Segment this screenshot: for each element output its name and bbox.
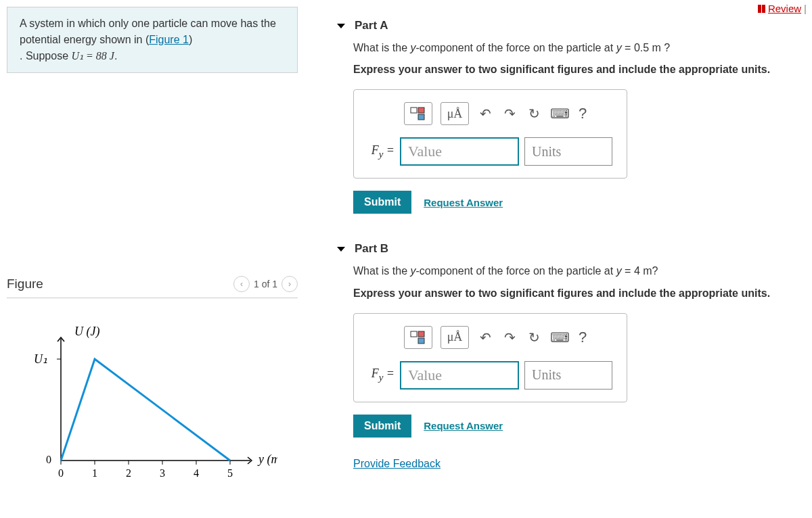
provide-feedback-link[interactable]: Provide Feedback [353, 458, 441, 470]
request-answer-link[interactable]: Request Answer [424, 420, 503, 431]
help-icon[interactable]: ? [574, 329, 591, 346]
svg-text:U (J): U (J) [74, 325, 99, 339]
keyboard-icon[interactable]: ⌨ [550, 105, 566, 122]
submit-button[interactable]: Submit [353, 191, 411, 214]
svg-text:y (m): y (m) [257, 452, 277, 467]
help-icon[interactable]: ? [574, 105, 591, 122]
submit-button[interactable]: Submit [353, 415, 411, 438]
reset-icon[interactable]: ↻ [526, 105, 542, 122]
figure-title: Figure [7, 277, 43, 291]
svg-text:5: 5 [227, 467, 233, 479]
part-b-question: What is the y-component of the force on … [353, 264, 805, 279]
figure-link[interactable]: Figure 1 [149, 34, 189, 45]
units-input[interactable]: Units [524, 361, 612, 390]
caret-down-icon [337, 24, 345, 28]
template-button[interactable] [404, 326, 432, 349]
u1-value: U₁ = 88 J [72, 50, 114, 62]
svg-text:0: 0 [58, 467, 64, 479]
symbol-button[interactable]: μÅ [441, 326, 469, 349]
svg-rect-20 [418, 108, 424, 113]
svg-rect-24 [418, 338, 424, 344]
units-input[interactable]: Units [524, 137, 612, 166]
part-b-answer-box: μÅ ↶ ↷ ↻ ⌨ ? Fy = Value Units [353, 313, 627, 402]
problem-statement: A system in which only one particle can … [7, 7, 298, 73]
part-b-header[interactable]: Part B [318, 230, 805, 264]
part-a-header[interactable]: Part A [318, 7, 805, 41]
svg-text:3: 3 [160, 467, 165, 479]
symbol-button[interactable]: μÅ [441, 102, 469, 125]
template-button[interactable] [404, 102, 432, 125]
svg-rect-22 [411, 331, 417, 337]
svg-rect-19 [411, 108, 417, 113]
svg-text:2: 2 [126, 467, 131, 479]
svg-text:1: 1 [92, 467, 97, 479]
svg-text:0: 0 [46, 454, 51, 465]
undo-icon[interactable]: ↶ [477, 105, 493, 122]
svg-rect-23 [418, 331, 424, 337]
keyboard-icon[interactable]: ⌨ [550, 329, 566, 346]
undo-icon[interactable]: ↶ [477, 329, 493, 346]
fy-label: Fy = [365, 143, 394, 160]
figure-next-button[interactable]: › [281, 276, 298, 292]
part-b-instruction: Express your answer to two significant f… [353, 287, 805, 300]
reset-icon[interactable]: ↻ [526, 329, 542, 346]
chart-figure: 0 1 2 3 4 5 U₁ 0 U (J) y (m) [7, 325, 298, 490]
problem-text-1: A system in which only one particle can … [20, 18, 276, 45]
request-answer-link[interactable]: Request Answer [424, 197, 503, 208]
svg-text:4: 4 [194, 467, 199, 479]
part-a-instruction: Express your answer to two significant f… [353, 64, 805, 76]
svg-rect-21 [418, 114, 424, 120]
figure-counter: 1 of 1 [254, 279, 277, 289]
value-input[interactable]: Value [400, 361, 519, 390]
fy-label: Fy = [365, 367, 394, 383]
value-input[interactable]: Value [400, 137, 519, 166]
part-a-answer-box: μÅ ↶ ↷ ↻ ⌨ ? Fy = Value Units [353, 89, 627, 179]
redo-icon[interactable]: ↷ [501, 329, 518, 346]
svg-text:U₁: U₁ [34, 352, 47, 366]
caret-down-icon [337, 247, 345, 252]
figure-prev-button[interactable]: ‹ [233, 276, 250, 292]
part-a-question: What is the y-component of the force on … [353, 41, 805, 55]
redo-icon[interactable]: ↷ [501, 105, 518, 122]
